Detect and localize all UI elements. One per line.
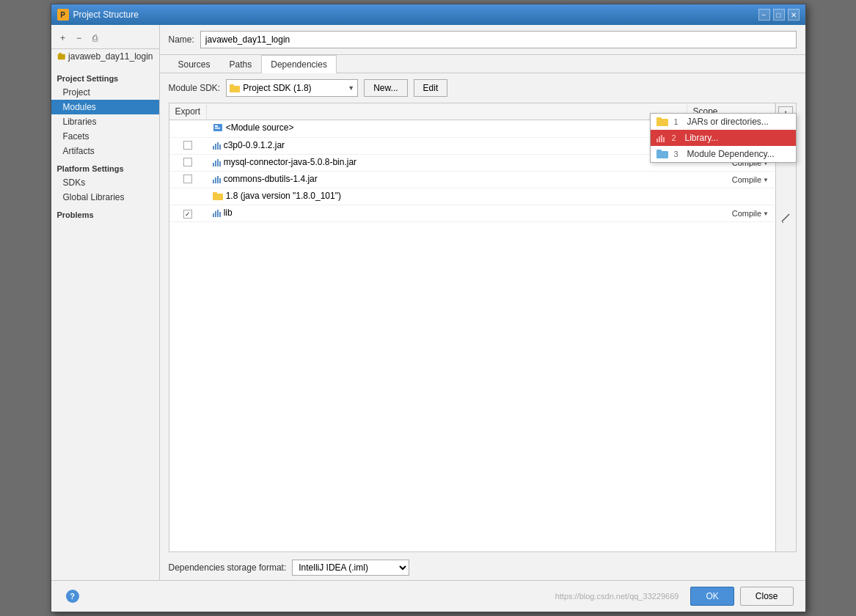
close-button[interactable]: ✕ [788, 9, 800, 21]
sidebar-modules-label: Modules [63, 102, 96, 112]
pencil-icon [780, 213, 791, 223]
checkbox-cell[interactable] [169, 172, 207, 188]
module-dep-icon [656, 149, 668, 159]
add-module-button[interactable]: + [56, 31, 70, 45]
copy-module-button[interactable]: ⎙ [88, 31, 103, 45]
title-bar: P Project Structure − □ ✕ [51, 4, 805, 25]
close-button[interactable]: Close [740, 587, 794, 606]
svg-rect-15 [656, 150, 662, 153]
item-name-cell: mysql-connector-java-5.0.8-bin.jar [207, 155, 687, 172]
platform-settings-label: Platform Settings [51, 158, 159, 175]
item-name-cell: commons-dbutils-1.4.jar [207, 172, 687, 188]
ok-button[interactable]: OK [690, 587, 734, 606]
checkbox-cell[interactable] [169, 205, 207, 222]
export-checkbox[interactable] [183, 141, 192, 150]
sdk-folder-icon [230, 84, 240, 92]
export-checkbox[interactable] [183, 175, 192, 183]
edit-sdk-button[interactable]: Edit [414, 79, 448, 97]
export-col-header: Export [169, 103, 207, 120]
format-select[interactable]: IntelliJ IDEA (.iml) [292, 560, 409, 576]
svg-rect-5 [215, 125, 218, 127]
dropdown-item-jars[interactable]: 1 JARs or directories... [651, 114, 796, 130]
sdk-dropdown-arrow: ▼ [348, 84, 354, 92]
right-action-panel: + [776, 103, 797, 552]
module-icon [57, 51, 66, 62]
module-name: javaweb_day11_login [68, 51, 153, 62]
sidebar-toolbar: + − ⎙ [51, 28, 159, 49]
scope-select[interactable]: Compile ▼ [732, 175, 769, 184]
tabs-bar: Sources Paths Dependencies [160, 55, 805, 73]
bar-chart-icon [213, 175, 221, 183]
svg-line-10 [788, 214, 789, 216]
project-settings-label: Project Settings [51, 70, 159, 85]
dropdown-item-label: JARs or directories... [687, 117, 769, 127]
edit-icon-button[interactable] [778, 210, 793, 225]
item-name-cell: <Module source> [207, 120, 687, 138]
svg-line-11 [782, 221, 783, 223]
format-label: Dependencies storage format: [169, 562, 287, 573]
tab-paths[interactable]: Paths [220, 55, 262, 73]
dialog-body: + − ⎙ javaweb_day11_login Project Settin… [51, 25, 805, 580]
jar-icon: mysql-connector-java-5.0.8-bin.jar [213, 157, 356, 167]
deps-table-container[interactable]: Export Scope [169, 103, 776, 552]
sdk-row: Module SDK: Project SDK (1.8) ▼ New... E… [160, 73, 805, 103]
bar-chart-icon [213, 141, 221, 150]
export-checkbox[interactable] [183, 158, 192, 166]
problems-label: Problems [51, 205, 159, 221]
tab-sources[interactable]: Sources [169, 55, 220, 73]
name-col-header [207, 103, 687, 120]
sidebar-item-modules[interactable]: Modules [51, 100, 159, 114]
sidebar-sections: Project Settings Project Modules Librari… [51, 70, 159, 221]
jar-icon: c3p0-0.9.1.2.jar [213, 140, 285, 150]
sidebar-item-project[interactable]: Project [51, 85, 159, 100]
checkbox-cell[interactable] [169, 138, 207, 155]
sidebar-global-libraries-label: Global Libraries [63, 192, 125, 202]
dropdown-item-label: Library... [685, 133, 719, 143]
module-item[interactable]: javaweb_day11_login [51, 49, 159, 64]
module-source-icon: <Module source> [213, 122, 294, 133]
item-name-cell: c3p0-0.9.1.2.jar [207, 138, 687, 155]
scope-cell[interactable]: Compile ▼ [687, 172, 775, 188]
format-row: Dependencies storage format: IntelliJ ID… [160, 555, 805, 580]
dropdown-item-label: Module Dependency... [687, 149, 775, 159]
new-sdk-button[interactable]: New... [364, 79, 407, 97]
dropdown-item-num: 2 [672, 133, 679, 142]
dialog-title: Project Structure [73, 10, 758, 20]
project-structure-dialog: P Project Structure − □ ✕ + − ⎙ javaweb_… [51, 4, 806, 612]
name-label: Name: [169, 34, 194, 45]
checkbox-cell[interactable] [169, 155, 207, 172]
checkbox-cell [169, 188, 207, 205]
name-input[interactable] [200, 31, 797, 48]
dropdown-item-module-dep[interactable]: 3 Module Dependency... [651, 146, 796, 162]
sidebar-sdks-label: SDKs [63, 177, 86, 188]
dropdown-item-num: 3 [674, 150, 681, 158]
help-button[interactable]: ? [66, 590, 79, 603]
svg-rect-3 [230, 84, 234, 87]
sidebar-item-sdks[interactable]: SDKs [51, 175, 159, 190]
minimize-button[interactable]: − [758, 9, 770, 21]
restore-button[interactable]: □ [773, 9, 785, 21]
dropdown-menu: 1 JARs or directories... 2 Library... 3 … [650, 113, 797, 163]
tab-dependencies[interactable]: Dependencies [261, 55, 337, 73]
sidebar-facets-label: Facets [63, 131, 89, 142]
sidebar-item-facets[interactable]: Facets [51, 129, 159, 144]
sdk-label: Module SDK: [169, 83, 221, 93]
main-content: Name: Sources Paths Dependencies Module … [160, 25, 805, 580]
scope-select[interactable]: Compile ▼ [732, 209, 769, 218]
window-controls: − □ ✕ [758, 9, 800, 21]
dropdown-item-library[interactable]: 2 Library... [651, 130, 796, 146]
scope-cell[interactable]: Compile ▼ [687, 205, 775, 222]
deps-area: Export Scope [169, 103, 797, 552]
watermark: https://blog.csdn.net/qq_33229669 [555, 592, 679, 601]
checkbox-cell [169, 120, 207, 138]
sidebar-item-global-libraries[interactable]: Global Libraries [51, 190, 159, 205]
remove-module-button[interactable]: − [72, 31, 87, 45]
export-checkbox-checked[interactable] [183, 210, 192, 219]
sidebar-item-libraries[interactable]: Libraries [51, 114, 159, 129]
sdk-select[interactable]: Project SDK (1.8) ▼ [226, 79, 358, 97]
table-row: lib Compile ▼ [169, 205, 775, 222]
deps-table-and-buttons: Export Scope [169, 103, 797, 552]
dialog-footer: ? https://blog.csdn.net/qq_33229669 OK C… [51, 580, 805, 612]
scope-cell [687, 188, 775, 205]
sidebar-item-artifacts[interactable]: Artifacts [51, 144, 159, 158]
